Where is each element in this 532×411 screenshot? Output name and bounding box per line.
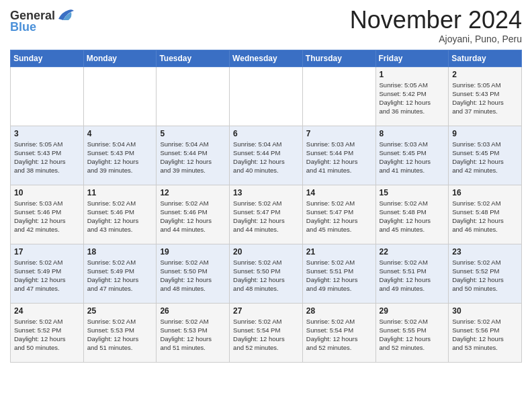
- calendar-title: November 2024: [350, 7, 522, 34]
- day-number: 4: [87, 129, 153, 138]
- day-number: 10: [14, 188, 80, 197]
- day-info: Sunrise: 5:05 AM Sunset: 5:43 PM Dayligh…: [14, 140, 80, 175]
- calendar-week-1: 3Sunrise: 5:05 AM Sunset: 5:43 PM Daylig…: [11, 126, 522, 185]
- day-info: Sunrise: 5:02 AM Sunset: 5:48 PM Dayligh…: [452, 199, 518, 234]
- day-info: Sunrise: 5:02 AM Sunset: 5:54 PM Dayligh…: [233, 317, 299, 353]
- day-number: 26: [160, 306, 226, 316]
- day-info: Sunrise: 5:03 AM Sunset: 5:44 PM Dayligh…: [306, 140, 372, 175]
- day-number: 27: [233, 306, 299, 316]
- day-number: 2: [452, 70, 518, 79]
- day-info: Sunrise: 5:05 AM Sunset: 5:43 PM Dayligh…: [452, 81, 518, 116]
- day-info: Sunrise: 5:02 AM Sunset: 5:49 PM Dayligh…: [87, 258, 153, 293]
- calendar-cell: 22Sunrise: 5:02 AM Sunset: 5:51 PM Dayli…: [375, 244, 449, 303]
- calendar-week-2: 10Sunrise: 5:03 AM Sunset: 5:46 PM Dayli…: [11, 185, 522, 244]
- day-info: Sunrise: 5:02 AM Sunset: 5:50 PM Dayligh…: [160, 258, 226, 293]
- calendar-cell: 29Sunrise: 5:02 AM Sunset: 5:55 PM Dayli…: [375, 303, 449, 362]
- day-number: 3: [14, 129, 80, 138]
- day-number: 25: [87, 306, 153, 316]
- day-number: 13: [233, 188, 299, 197]
- day-number: 9: [452, 129, 518, 138]
- calendar-cell: 3Sunrise: 5:05 AM Sunset: 5:43 PM Daylig…: [11, 126, 84, 185]
- calendar-body: 1Sunrise: 5:05 AM Sunset: 5:42 PM Daylig…: [11, 66, 522, 362]
- day-number: 22: [380, 247, 445, 257]
- day-number: 7: [306, 129, 372, 138]
- day-info: Sunrise: 5:02 AM Sunset: 5:51 PM Dayligh…: [306, 258, 372, 293]
- calendar-cell: 15Sunrise: 5:02 AM Sunset: 5:48 PM Dayli…: [375, 185, 449, 244]
- day-number: 29: [380, 306, 445, 316]
- day-info: Sunrise: 5:04 AM Sunset: 5:44 PM Dayligh…: [233, 140, 299, 175]
- day-number: 11: [87, 188, 153, 197]
- day-number: 24: [14, 306, 80, 316]
- day-info: Sunrise: 5:04 AM Sunset: 5:43 PM Dayligh…: [87, 140, 153, 175]
- day-info: Sunrise: 5:02 AM Sunset: 5:54 PM Dayligh…: [306, 317, 372, 353]
- header-saturday: Saturday: [449, 50, 522, 66]
- calendar-cell: 7Sunrise: 5:03 AM Sunset: 5:44 PM Daylig…: [302, 126, 375, 185]
- calendar-cell: 24Sunrise: 5:02 AM Sunset: 5:52 PM Dayli…: [11, 303, 84, 362]
- day-info: Sunrise: 5:05 AM Sunset: 5:42 PM Dayligh…: [380, 81, 445, 116]
- calendar-cell: 9Sunrise: 5:03 AM Sunset: 5:45 PM Daylig…: [449, 126, 522, 185]
- calendar-cell: 30Sunrise: 5:02 AM Sunset: 5:56 PM Dayli…: [449, 303, 522, 362]
- day-number: 28: [306, 306, 372, 316]
- calendar-cell: 21Sunrise: 5:02 AM Sunset: 5:51 PM Dayli…: [302, 244, 375, 303]
- day-number: 23: [452, 247, 518, 257]
- day-info: Sunrise: 5:04 AM Sunset: 5:44 PM Dayligh…: [160, 140, 226, 175]
- day-info: Sunrise: 5:02 AM Sunset: 5:52 PM Dayligh…: [14, 317, 80, 353]
- calendar-cell: 5Sunrise: 5:04 AM Sunset: 5:44 PM Daylig…: [157, 126, 230, 185]
- calendar-cell: 18Sunrise: 5:02 AM Sunset: 5:49 PM Dayli…: [83, 244, 157, 303]
- header-tuesday: Tuesday: [157, 50, 230, 66]
- logo: General Blue: [10, 7, 75, 33]
- day-number: 30: [452, 306, 518, 316]
- calendar-location: Ajoyani, Puno, Peru: [350, 34, 522, 44]
- calendar-cell: 2Sunrise: 5:05 AM Sunset: 5:43 PM Daylig…: [449, 66, 522, 126]
- logo-general-text: General: [10, 9, 55, 21]
- calendar-cell: 19Sunrise: 5:02 AM Sunset: 5:50 PM Dayli…: [157, 244, 230, 303]
- calendar-cell: [157, 66, 230, 126]
- calendar-cell: 26Sunrise: 5:02 AM Sunset: 5:53 PM Dayli…: [157, 303, 230, 362]
- calendar-cell: 8Sunrise: 5:03 AM Sunset: 5:45 PM Daylig…: [375, 126, 449, 185]
- day-number: 5: [160, 129, 226, 138]
- calendar-cell: [83, 66, 157, 126]
- day-number: 21: [306, 247, 372, 257]
- day-number: 12: [160, 188, 226, 197]
- day-info: Sunrise: 5:03 AM Sunset: 5:45 PM Dayligh…: [380, 140, 445, 175]
- calendar-cell: [11, 66, 84, 126]
- day-number: 16: [452, 188, 518, 197]
- header-monday: Monday: [83, 50, 157, 66]
- day-number: 20: [233, 247, 299, 257]
- day-info: Sunrise: 5:02 AM Sunset: 5:56 PM Dayligh…: [452, 317, 518, 353]
- calendar-table: Sunday Monday Tuesday Wednesday Thursday…: [10, 50, 522, 363]
- calendar-cell: 11Sunrise: 5:02 AM Sunset: 5:46 PM Dayli…: [83, 185, 157, 244]
- day-info: Sunrise: 5:02 AM Sunset: 5:53 PM Dayligh…: [160, 317, 226, 353]
- calendar-cell: 28Sunrise: 5:02 AM Sunset: 5:54 PM Dayli…: [302, 303, 375, 362]
- day-number: 19: [160, 247, 226, 257]
- calendar-cell: 12Sunrise: 5:02 AM Sunset: 5:46 PM Dayli…: [157, 185, 230, 244]
- header-thursday: Thursday: [302, 50, 375, 66]
- calendar-cell: 23Sunrise: 5:02 AM Sunset: 5:52 PM Dayli…: [449, 244, 522, 303]
- logo-blue-text: Blue: [10, 21, 36, 33]
- header-wednesday: Wednesday: [230, 50, 303, 66]
- day-info: Sunrise: 5:02 AM Sunset: 5:46 PM Dayligh…: [87, 199, 153, 234]
- calendar-cell: 10Sunrise: 5:03 AM Sunset: 5:46 PM Dayli…: [11, 185, 84, 244]
- header: General Blue November 2024 Ajoyani, Puno…: [10, 7, 522, 44]
- calendar-cell: 17Sunrise: 5:02 AM Sunset: 5:49 PM Dayli…: [11, 244, 84, 303]
- header-friday: Friday: [375, 50, 449, 66]
- calendar-cell: 25Sunrise: 5:02 AM Sunset: 5:53 PM Dayli…: [83, 303, 157, 362]
- day-info: Sunrise: 5:03 AM Sunset: 5:45 PM Dayligh…: [452, 140, 518, 175]
- calendar-week-3: 17Sunrise: 5:02 AM Sunset: 5:49 PM Dayli…: [11, 244, 522, 303]
- day-number: 14: [306, 188, 372, 197]
- day-info: Sunrise: 5:02 AM Sunset: 5:50 PM Dayligh…: [233, 258, 299, 293]
- day-number: 15: [380, 188, 445, 197]
- weekday-header-row: Sunday Monday Tuesday Wednesday Thursday…: [11, 50, 522, 66]
- day-info: Sunrise: 5:02 AM Sunset: 5:53 PM Dayligh…: [87, 317, 153, 353]
- header-sunday: Sunday: [11, 50, 84, 66]
- day-info: Sunrise: 5:02 AM Sunset: 5:55 PM Dayligh…: [380, 317, 445, 353]
- calendar-cell: 13Sunrise: 5:02 AM Sunset: 5:47 PM Dayli…: [230, 185, 303, 244]
- day-number: 17: [14, 247, 80, 257]
- calendar-cell: 20Sunrise: 5:02 AM Sunset: 5:50 PM Dayli…: [230, 244, 303, 303]
- day-number: 18: [87, 247, 153, 257]
- day-number: 8: [380, 129, 445, 138]
- calendar-cell: 14Sunrise: 5:02 AM Sunset: 5:47 PM Dayli…: [302, 185, 375, 244]
- day-info: Sunrise: 5:02 AM Sunset: 5:46 PM Dayligh…: [160, 199, 226, 234]
- day-info: Sunrise: 5:02 AM Sunset: 5:48 PM Dayligh…: [380, 199, 445, 234]
- day-info: Sunrise: 5:02 AM Sunset: 5:49 PM Dayligh…: [14, 258, 80, 293]
